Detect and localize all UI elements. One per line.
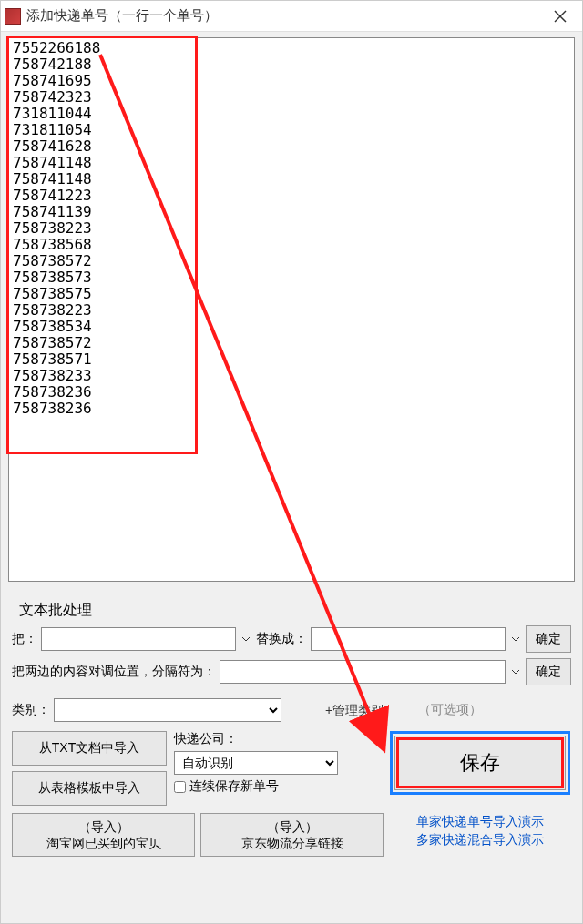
taobao-label: 淘宝网已买到的宝贝 (46, 835, 161, 851)
jd-sub-label: （导入） (267, 818, 318, 835)
replace-to-input[interactable] (311, 627, 506, 651)
save-highlight-wrap: 保存 (390, 731, 570, 795)
category-label: 类别： (12, 702, 50, 718)
swap-confirm-button[interactable]: 确定 (526, 658, 571, 685)
close-icon (554, 10, 567, 23)
bottom-controls: 从TXT文档中导入 从表格模板中导入 快递公司： 自动识别 连续保存新单号 保存 (1, 727, 582, 813)
courier-select[interactable]: 自动识别 (174, 751, 338, 775)
tracking-numbers-textarea[interactable] (8, 37, 575, 582)
chevron-down-icon (240, 633, 252, 645)
continuous-save-row[interactable]: 连续保存新单号 (174, 778, 382, 795)
category-select[interactable] (54, 698, 281, 722)
continuous-save-label: 连续保存新单号 (189, 778, 279, 795)
swap-delimiter-input[interactable] (220, 660, 506, 684)
dialog-window: 添加快递单号（一行一个单号） 文本批处理 把： 替换成： 确定 把两边的内容对调… (0, 0, 583, 924)
replace-from-label: 把： (12, 631, 37, 647)
chevron-down-icon (509, 633, 522, 645)
manage-category-link[interactable]: +管理类别 (325, 702, 384, 718)
replace-confirm-button[interactable]: 确定 (526, 625, 571, 653)
taobao-sub-label: （导入） (78, 818, 129, 835)
text-batch-title: 文本批处理 (19, 601, 571, 620)
text-batch-section: 文本批处理 把： 替换成： 确定 把两边的内容对调位置，分隔符为： 确定 类别：… (1, 584, 582, 727)
save-button[interactable]: 保存 (394, 736, 566, 790)
continuous-save-checkbox[interactable] (174, 781, 186, 793)
jd-label: 京东物流分享链接 (241, 835, 343, 851)
window-title: 添加快递单号（一行一个单号） (26, 7, 542, 25)
app-icon (5, 8, 21, 25)
demo-single-link[interactable]: 单家快递单号导入演示 (416, 813, 544, 829)
titlebar: 添加快递单号（一行一个单号） (1, 1, 582, 32)
close-button[interactable] (542, 3, 578, 30)
swap-label: 把两边的内容对调位置，分隔符为： (12, 664, 216, 680)
chevron-down-icon (509, 665, 522, 678)
tracking-input-area (8, 37, 575, 584)
demo-multi-link[interactable]: 多家快递混合导入演示 (416, 831, 544, 848)
category-optional-label: （可选项） (418, 702, 482, 718)
import-jd-button[interactable]: （导入） 京东物流分享链接 (200, 813, 384, 857)
import-taobao-button[interactable]: （导入） 淘宝网已买到的宝贝 (12, 813, 195, 857)
import-txt-button[interactable]: 从TXT文档中导入 (12, 731, 167, 766)
replace-from-input[interactable] (41, 627, 236, 651)
courier-label: 快递公司： (174, 731, 382, 747)
import-sheet-button[interactable]: 从表格模板中导入 (12, 771, 167, 806)
replace-to-label: 替换成： (256, 631, 307, 647)
